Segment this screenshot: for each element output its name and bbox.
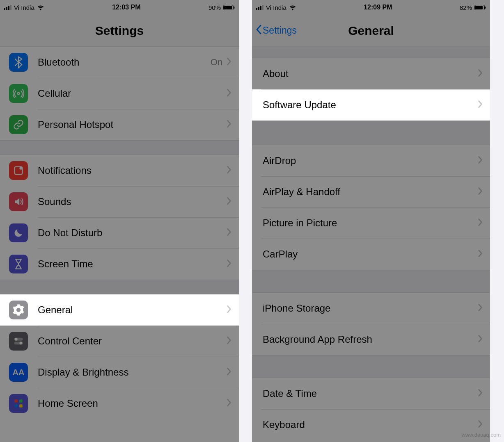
svg-rect-17	[256, 8, 257, 10]
row-bluetooth[interactable]: Bluetooth On	[0, 47, 239, 78]
back-label: Settings	[263, 25, 297, 36]
row-label: Software Update	[263, 99, 478, 111]
gear-icon	[9, 301, 28, 319]
nav-header: Settings General	[252, 15, 490, 47]
svg-rect-14	[19, 399, 23, 403]
row-sounds[interactable]: Sounds	[0, 186, 239, 217]
antenna-icon	[9, 84, 28, 103]
page-title: Settings	[95, 24, 144, 38]
svg-rect-23	[485, 7, 486, 9]
page-title: General	[348, 24, 394, 38]
row-label: About	[263, 68, 478, 80]
chevron-right-icon	[478, 100, 483, 110]
general-screen: Vi India 12:09 PM 82% Settings General	[252, 0, 490, 442]
chevron-right-icon	[478, 335, 483, 344]
chevron-right-icon	[227, 89, 231, 98]
svg-rect-19	[260, 6, 261, 10]
status-bar: Vi India 12:03 PM 90%	[0, 0, 239, 15]
row-do-not-disturb[interactable]: Do Not Disturb	[0, 217, 239, 248]
row-display-brightness[interactable]: AA Display & Brightness	[0, 357, 239, 388]
grid-icon	[9, 394, 28, 413]
svg-rect-18	[258, 7, 259, 10]
row-background-app-refresh[interactable]: Background App Refresh	[252, 324, 490, 355]
bluetooth-icon	[9, 53, 28, 72]
nav-header: Settings	[0, 15, 239, 47]
battery-icon	[223, 5, 235, 10]
signal-icon	[4, 5, 11, 10]
chevron-right-icon	[227, 399, 231, 408]
svg-point-12	[19, 342, 22, 344]
settings-screen: Vi India 12:03 PM 90% Settings Bluetooth…	[0, 0, 239, 442]
back-button[interactable]: Settings	[255, 25, 297, 37]
row-label: AirPlay & Handoff	[263, 186, 478, 198]
row-date-time[interactable]: Date & Time	[252, 378, 490, 409]
svg-rect-13	[14, 399, 18, 403]
row-control-center[interactable]: Control Center	[0, 326, 239, 357]
carrier-label: Vi India	[14, 4, 34, 11]
row-label: Notifications	[38, 165, 227, 176]
chevron-right-icon	[227, 367, 231, 377]
row-value: On	[211, 57, 222, 68]
svg-rect-5	[224, 6, 232, 9]
row-label: Keyboard	[263, 419, 478, 431]
row-label: CarPlay	[263, 248, 478, 260]
chevron-right-icon	[227, 259, 231, 269]
row-label: AirDrop	[263, 155, 478, 166]
row-label: Background App Refresh	[263, 334, 478, 345]
svg-rect-1	[6, 7, 7, 10]
row-home-screen[interactable]: Home Screen	[0, 388, 239, 419]
row-carplay[interactable]: CarPlay	[252, 239, 490, 270]
row-airdrop[interactable]: AirDrop	[252, 145, 490, 176]
wifi-icon	[289, 5, 296, 10]
chevron-right-icon	[227, 197, 231, 207]
row-iphone-storage[interactable]: iPhone Storage	[252, 293, 490, 324]
svg-rect-0	[4, 8, 5, 10]
svg-rect-16	[19, 404, 23, 408]
row-picture-in-picture[interactable]: Picture in Picture	[252, 207, 490, 239]
chevron-right-icon	[227, 166, 231, 175]
svg-rect-15	[14, 404, 18, 408]
chevron-right-icon	[227, 228, 231, 238]
bell-square-icon	[9, 161, 28, 180]
hourglass-icon	[9, 255, 28, 273]
status-time: 12:03 PM	[112, 4, 140, 11]
row-label: Picture in Picture	[263, 217, 478, 229]
row-label: Display & Brightness	[38, 367, 227, 378]
svg-point-8	[19, 167, 22, 170]
svg-point-10	[15, 338, 18, 341]
status-bar: Vi India 12:09 PM 82%	[252, 0, 490, 15]
row-about[interactable]: About	[252, 58, 490, 89]
row-label: Date & Time	[263, 388, 478, 399]
speaker-icon	[9, 192, 28, 211]
battery-percent: 90%	[208, 4, 221, 11]
row-keyboard[interactable]: Keyboard	[252, 409, 490, 440]
row-label: Screen Time	[38, 258, 227, 270]
row-label: Bluetooth	[38, 57, 211, 68]
row-screen-time[interactable]: Screen Time	[0, 248, 239, 280]
carrier-label: Vi India	[266, 4, 286, 11]
toggles-icon	[9, 332, 28, 351]
chevron-right-icon	[227, 305, 231, 315]
row-personal-hotspot[interactable]: Personal Hotspot	[0, 109, 239, 140]
chevron-right-icon	[478, 156, 483, 166]
row-airplay-handoff[interactable]: AirPlay & Handoff	[252, 176, 490, 207]
row-label: Control Center	[38, 335, 227, 347]
svg-rect-22	[475, 6, 483, 9]
chevron-left-icon	[255, 25, 262, 37]
row-general[interactable]: General	[0, 294, 239, 326]
chevron-right-icon	[478, 389, 483, 399]
row-label: General	[38, 304, 227, 316]
aa-icon: AA	[9, 363, 28, 382]
row-label: Home Screen	[38, 398, 227, 409]
signal-icon	[256, 5, 263, 10]
svg-rect-6	[234, 7, 234, 9]
chevron-right-icon	[478, 69, 483, 79]
watermark: www.deuaq.com	[462, 432, 501, 438]
battery-icon	[474, 5, 486, 10]
row-cellular[interactable]: Cellular	[0, 78, 239, 109]
row-notifications[interactable]: Notifications	[0, 155, 239, 186]
svg-rect-20	[262, 5, 263, 10]
wifi-icon	[37, 5, 44, 10]
svg-rect-3	[10, 5, 11, 10]
row-software-update[interactable]: Software Update	[252, 89, 490, 121]
